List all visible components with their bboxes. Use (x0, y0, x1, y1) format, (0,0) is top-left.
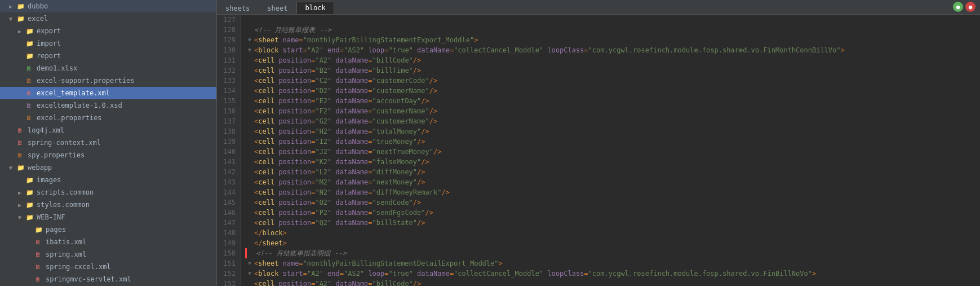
tree-label: webapp (28, 164, 52, 171)
tree-item-exceltemplate-xsd[interactable]: 🗎 exceltemplate-1.0.xsd (0, 99, 216, 112)
tab-block[interactable]: block (296, 2, 334, 14)
code-text-132: <cell position="B2" dataName="billTime"/… (254, 65, 421, 76)
tree-item-spring-context[interactable]: 🗎 spring-context.xml (0, 137, 216, 149)
line-number-132: 132 (221, 65, 236, 76)
xml-icon7: 🗎 (35, 276, 44, 283)
tree-item-ibatis[interactable]: 🗎 ibatis.xml (0, 236, 216, 248)
fold-arrow-151[interactable]: ▼ (245, 258, 254, 269)
code-text-129: <sheet name="monthlyPairBillingStatement… (254, 35, 478, 45)
code-text-133: <cell position="C2" dataName="customerCo… (254, 76, 437, 86)
tree-item-demo1[interactable]: 🗎 demo1.xlsx (0, 62, 216, 74)
line-number-142: 142 (221, 167, 236, 177)
folder-icon: 📁 (26, 52, 35, 60)
folder-icon: 📁 (26, 40, 35, 47)
tree-item-excel-props[interactable]: 🗎 excel.properties (0, 112, 216, 124)
tree-item-images[interactable]: 📁 images (0, 174, 216, 186)
line-number-128: 128 (221, 25, 236, 35)
tab-bar: sheets sheet block ● ● (217, 0, 980, 15)
tree-item-import[interactable]: 📁 import (0, 37, 216, 50)
tree-item-styles-common[interactable]: ▶ 📁 styles.common (0, 199, 216, 211)
tree-label: spy.properties (28, 151, 85, 159)
xsd-icon: 🗎 (26, 102, 35, 109)
line-number-134: 134 (221, 86, 236, 96)
fold-arrow-130[interactable]: ▼ (245, 45, 254, 55)
line-number-139: 139 (221, 137, 236, 147)
line-number-153: 153 (221, 279, 236, 286)
folder-icon4: 📁 (26, 189, 35, 196)
tree-item-report[interactable]: 📁 report (0, 50, 216, 62)
line-number-135: 135 (221, 96, 236, 106)
tree-arrow-webapp: ▼ (9, 165, 17, 171)
tree-item-dubbo[interactable]: ▶ 📁 dubbo (0, 0, 216, 12)
tree-item-spy[interactable]: 🗎 spy.properties (0, 149, 216, 161)
line-number-131: 131 (221, 55, 236, 65)
fold-arrow-129[interactable]: ▼ (245, 35, 254, 45)
code-line-148: </block> (245, 228, 980, 238)
tree-item-pages[interactable]: 📁 pages (0, 223, 216, 236)
code-text-153: <cell position="A2" dataName="billCode"/… (254, 279, 421, 286)
tree-item-excel-support[interactable]: 🗎 excel-support.properties (0, 74, 216, 87)
line-number-129: 129 (221, 35, 236, 45)
code-text-147: <cell position="Q2" dataName="billState"… (254, 218, 425, 228)
tree-label: excel-support.properties (37, 77, 134, 85)
xlsx-icon: 🗎 (26, 65, 35, 72)
code-text-138: <cell position="H2" dataName="totalMoney… (254, 126, 429, 137)
tree-arrow-webinf: ▼ (18, 214, 26, 221)
tree-item-springmvc[interactable]: 🗎 springmvc-servlet.xml (0, 273, 216, 285)
line-number-152: 152 (221, 269, 236, 279)
code-content[interactable]: <!-- 月结账单报表 -->▼ <sheet name="monthlyPai… (241, 15, 980, 286)
code-text-151: <sheet name="monthlyPairBillingStatement… (254, 258, 503, 269)
code-line-128: <!-- 月结账单报表 --> (245, 25, 980, 35)
tree-item-excel-template[interactable]: 🗎 excel_template.xml (0, 87, 216, 99)
code-line-145: <cell position="O2" dataName="sendCode"/… (245, 197, 980, 208)
code-line-143: <cell position="M2" dataName="nextMoney"… (245, 177, 980, 187)
xml-icon6: 🗎 (35, 263, 44, 271)
folder-icon6: 📁 (26, 214, 35, 221)
fold-arrow-152[interactable]: ▼ (245, 269, 254, 279)
tree-item-export[interactable]: ▶ 📁 export (0, 25, 216, 37)
tree-item-excel[interactable]: ▼ 📁 excel (0, 12, 216, 25)
xml-icon: 🗎 (26, 90, 35, 97)
code-text-149: </sheet> (254, 238, 287, 248)
line-number-148: 148 (221, 228, 236, 238)
line-number-136: 136 (221, 106, 236, 116)
tree-label: import (37, 39, 61, 47)
props-icon3: 🗎 (17, 152, 26, 159)
tree-item-webinf[interactable]: ▼ 📁 WEB-INF (0, 211, 216, 223)
line-number-133: 133 (221, 76, 236, 86)
tree-item-webapp[interactable]: ▼ 📁 webapp (0, 161, 216, 174)
folder-icon: 📁 (17, 15, 26, 23)
file-tree: ▶ 📁 dubbo ▼ 📁 excel ▶ 📁 export 📁 import … (0, 0, 217, 286)
code-text-139: <cell position="I2" dataName="trueMoney"… (254, 137, 425, 147)
code-text-141: <cell position="K2" dataName="falseMoney… (254, 157, 429, 167)
tree-label: WEB-INF (37, 213, 65, 221)
tree-item-spring[interactable]: 🗎 spring.xml (0, 248, 216, 261)
code-line-129: ▼ <sheet name="monthlyPairBillingStateme… (245, 35, 980, 45)
tree-arrow: ▶ (18, 202, 26, 208)
red-circle-button[interactable]: ● (965, 2, 975, 12)
props-icon2: 🗎 (26, 115, 35, 122)
code-line-130: ▼ <block start="A2" end="AS2" loop="true… (245, 45, 980, 55)
code-line-149: </sheet> (245, 238, 980, 248)
tree-arrow: ▶ (18, 190, 26, 196)
code-text-140: <cell position="J2" dataName="nextTrueMo… (254, 147, 441, 157)
tree-item-spring-cxcel[interactable]: 🗎 spring-cxcel.xml (0, 261, 216, 273)
code-line-152: ▼ <block start="A2" end="AS2" loop="true… (245, 269, 980, 279)
tree-item-scripts-common[interactable]: ▶ 📁 scripts.common (0, 186, 216, 199)
code-line-144: <cell position="N2" dataName="diffMoneyR… (245, 187, 980, 197)
props-icon: 🗎 (26, 77, 35, 85)
code-text-136: <cell position="F2" dataName="customerNa… (254, 106, 437, 116)
tree-label: images (37, 176, 61, 184)
tree-label: excel.properties (37, 114, 102, 122)
code-area[interactable]: 1271281291301311321331341351361371381391… (217, 15, 980, 286)
code-text-142: <cell position="L2" dataName="diffMoney"… (254, 167, 425, 177)
code-line-133: <cell position="C2" dataName="customerCo… (245, 76, 980, 86)
line-number-145: 145 (221, 197, 236, 208)
xml-icon4: 🗎 (35, 239, 44, 246)
tree-item-log4j[interactable]: 🗎 log4j.xml (0, 124, 216, 137)
tree-label: dubbo (28, 2, 48, 10)
tab-sheet[interactable]: sheet (259, 2, 296, 14)
green-circle-button[interactable]: ● (953, 2, 963, 12)
folder-icon7: 📁 (35, 226, 44, 234)
tab-sheets[interactable]: sheets (217, 2, 258, 14)
